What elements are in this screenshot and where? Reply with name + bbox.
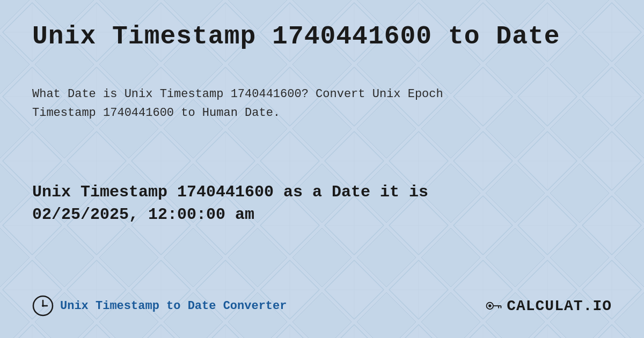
svg-point-14 [42,305,44,307]
description-line2: Timestamp 1740441600 to Human Date. [32,106,280,120]
footer: Unix Timestamp to Date Converter CALCULA… [32,284,612,317]
logo-icon [484,296,503,315]
description-line1: What Date is Unix Timestamp 1740441600? … [32,87,443,101]
title-section: Unix Timestamp 1740441600 to Date [32,21,612,58]
logo-section: CALCULAT.IO [484,296,612,315]
result-text-block: Unix Timestamp 1740441600 as a Date it i… [32,181,428,226]
result-section: Unix Timestamp 1740441600 as a Date it i… [32,122,612,284]
logo-text: CALCULAT.IO [507,298,612,314]
page-title: Unix Timestamp 1740441600 to Date [32,21,612,53]
result-line1: Unix Timestamp 1740441600 as a Date it i… [32,183,428,201]
description-section: What Date is Unix Timestamp 1740441600? … [32,74,612,122]
footer-link-text[interactable]: Unix Timestamp to Date Converter [60,299,287,313]
footer-left: Unix Timestamp to Date Converter [32,295,287,317]
svg-point-16 [488,304,491,307]
clock-icon [32,295,54,317]
result-line2: 02/25/2025, 12:00:00 am [32,205,254,224]
result-text: Unix Timestamp 1740441600 as a Date it i… [32,181,428,226]
page-content: Unix Timestamp 1740441600 to Date What D… [0,0,644,338]
description-text: What Date is Unix Timestamp 1740441600? … [32,85,569,122]
